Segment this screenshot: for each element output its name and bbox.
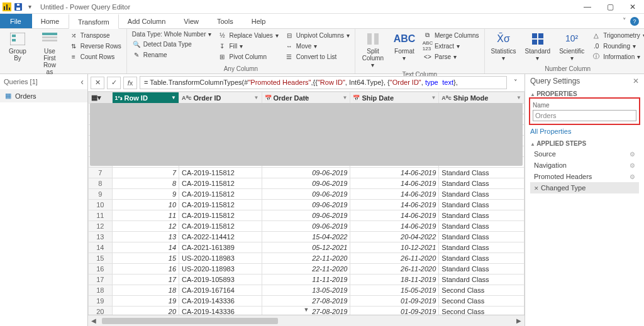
maximize-button[interactable]: ▢: [599, 0, 621, 14]
cell-row-id[interactable]: 15: [112, 253, 179, 264]
cell-order-date[interactable]: 09-06-2019: [262, 168, 350, 178]
split-column-button[interactable]: Split Column ▾: [359, 30, 387, 70]
table-row[interactable]: 15 15 US-2020-118983 22-11-2020 26-11-20…: [89, 253, 525, 264]
cell-order-date[interactable]: 11-11-2019: [262, 274, 350, 285]
cell-row-id[interactable]: 9: [112, 189, 179, 200]
row-number[interactable]: 14: [89, 242, 113, 253]
group-by-button[interactable]: Group By: [4, 30, 31, 63]
parse-button[interactable]: <>Parse ▾: [422, 52, 480, 62]
rounding-button[interactable]: .0Rounding ▾: [591, 41, 644, 51]
query-name-input[interactable]: [533, 110, 636, 121]
cell-ship-date[interactable]: 14-06-2019: [350, 189, 439, 200]
cell-ship-date[interactable]: 14-06-2019: [350, 210, 439, 221]
cell-ship-date[interactable]: 26-11-2020: [350, 264, 439, 274]
gear-icon[interactable]: ⚙: [630, 162, 635, 169]
cell-ship-mode[interactable]: Standard Class: [439, 253, 525, 264]
cell-order-id[interactable]: CA-2019-105893: [179, 274, 262, 285]
cell-row-id[interactable]: 7: [112, 168, 179, 178]
scientific-button[interactable]: 10²Scientific ▾: [557, 30, 587, 63]
cell-order-id[interactable]: CA-2021-161389: [179, 242, 262, 253]
unpivot-button[interactable]: ⊟Unpivot Columns ▾: [284, 30, 351, 40]
row-number[interactable]: 8: [89, 178, 113, 189]
table-row[interactable]: 10 10 CA-2019-115812 09-06-2019 14-06-20…: [89, 200, 525, 210]
cell-row-id[interactable]: 12: [112, 221, 179, 232]
data-type-button[interactable]: Data Type: Whole Number ▾: [131, 30, 213, 38]
cell-row-id[interactable]: 16: [112, 264, 179, 274]
cell-ship-mode[interactable]: Standard Class: [439, 232, 525, 242]
fx-button[interactable]: fx: [123, 77, 137, 89]
cancel-formula-button[interactable]: ✕: [91, 77, 104, 89]
table-row[interactable]: 12 12 CA-2019-115812 09-06-2019 14-06-20…: [89, 221, 525, 232]
collapse-queries-icon[interactable]: ‹: [80, 77, 84, 87]
minimize-button[interactable]: —: [576, 0, 599, 14]
row-number[interactable]: 11: [89, 210, 113, 221]
merge-columns-button[interactable]: ⧉Merge Columns: [422, 30, 480, 40]
cell-order-date[interactable]: 15-04-2022: [262, 232, 350, 242]
cell-row-id[interactable]: 8: [112, 178, 179, 189]
tab-home[interactable]: Home: [32, 14, 69, 28]
cell-ship-mode[interactable]: Standard Class: [439, 242, 525, 253]
step-navigation[interactable]: Navigation⚙: [530, 160, 639, 171]
scroll-thumb[interactable]: [90, 103, 523, 166]
detect-type-button[interactable]: 🔍Detect Data Type: [131, 39, 213, 49]
cell-ship-date[interactable]: 20-04-2022: [350, 232, 439, 242]
cell-ship-date[interactable]: 14-06-2019: [350, 178, 439, 189]
convert-list-button[interactable]: ☰Convert to List: [284, 52, 351, 62]
cell-order-date[interactable]: 09-06-2019: [262, 189, 350, 200]
scroll-up-icon[interactable]: ▲: [88, 92, 525, 102]
cell-order-id[interactable]: US-2020-118983: [179, 253, 262, 264]
cell-order-date[interactable]: 09-06-2019: [262, 200, 350, 210]
tab-transform[interactable]: Transform: [69, 14, 119, 29]
row-number[interactable]: 10: [89, 200, 113, 210]
cell-row-id[interactable]: 10: [112, 200, 179, 210]
cell-order-id[interactable]: CA-2019-115812: [179, 221, 262, 232]
move-button[interactable]: ↔Move ▾: [284, 41, 351, 51]
tab-help[interactable]: Help: [243, 14, 275, 28]
table-row[interactable]: 13 13 CA-2022-114412 15-04-2022 20-04-20…: [89, 232, 525, 242]
table-row[interactable]: 7 7 CA-2019-115812 09-06-2019 14-06-2019…: [89, 168, 525, 178]
applied-steps-title[interactable]: APPLIED STEPS: [530, 140, 639, 148]
trig-button[interactable]: △Trigonometry ▾: [591, 30, 644, 40]
collapse-ribbon-icon[interactable]: ˅: [623, 17, 626, 25]
help-icon[interactable]: ?: [630, 17, 639, 26]
cell-order-id[interactable]: CA-2019-115812: [179, 168, 262, 178]
table-row[interactable]: 14 14 CA-2021-161389 05-12-2021 10-12-20…: [89, 242, 525, 253]
row-number[interactable]: 17: [89, 274, 113, 285]
table-row[interactable]: 17 17 CA-2019-105893 11-11-2019 18-11-20…: [89, 274, 525, 285]
cell-ship-date[interactable]: 18-11-2019: [350, 274, 439, 285]
cell-order-id[interactable]: CA-2019-115812: [179, 200, 262, 210]
cell-order-id[interactable]: US-2020-118983: [179, 264, 262, 274]
row-number[interactable]: 15: [89, 253, 113, 264]
cell-order-date[interactable]: 05-12-2021: [262, 242, 350, 253]
rename-button[interactable]: ✎Rename: [131, 50, 213, 60]
table-row[interactable]: 16 16 US-2020-118983 22-11-2020 26-11-20…: [89, 264, 525, 274]
cell-ship-date[interactable]: 14-06-2019: [350, 168, 439, 178]
cell-ship-date[interactable]: 14-06-2019: [350, 221, 439, 232]
cell-order-id[interactable]: CA-2022-114412: [179, 232, 262, 242]
cell-ship-mode[interactable]: Standard Class: [439, 178, 525, 189]
cell-order-date[interactable]: 09-06-2019: [262, 221, 350, 232]
count-rows-button[interactable]: ≡Count Rows: [68, 52, 123, 62]
gear-icon[interactable]: ⚙: [630, 173, 635, 180]
transpose-button[interactable]: ⤮Transpose: [68, 30, 123, 40]
gear-icon[interactable]: ⚙: [630, 151, 635, 158]
cell-row-id[interactable]: 11: [112, 210, 179, 221]
expand-formula-icon[interactable]: ˅: [509, 79, 522, 87]
step-promoted-headers[interactable]: Promoted Headers⚙: [530, 171, 639, 182]
replace-values-button[interactable]: ½Replace Values ▾: [216, 30, 279, 40]
information-button[interactable]: ⓘInformation ▾: [591, 52, 644, 62]
horizontal-scrollbar[interactable]: ◀ ▶: [88, 315, 525, 326]
cell-ship-mode[interactable]: Standard Class: [439, 264, 525, 274]
cell-row-id[interactable]: 18: [112, 285, 179, 296]
cell-ship-mode[interactable]: Standard Class: [439, 221, 525, 232]
extract-button[interactable]: ABC123Extract ▾: [422, 41, 480, 51]
all-properties-link[interactable]: All Properties: [530, 128, 639, 135]
cell-row-id[interactable]: 14: [112, 242, 179, 253]
tab-view[interactable]: View: [175, 14, 208, 28]
cell-row-id[interactable]: 17: [112, 274, 179, 285]
table-row[interactable]: 8 8 CA-2019-115812 09-06-2019 14-06-2019…: [89, 178, 525, 189]
cell-ship-date[interactable]: 15-05-2019: [350, 285, 439, 296]
cell-ship-mode[interactable]: Standard Class: [439, 200, 525, 210]
scroll-right-icon[interactable]: ▶: [513, 317, 525, 324]
hscroll-thumb[interactable]: [102, 318, 278, 324]
